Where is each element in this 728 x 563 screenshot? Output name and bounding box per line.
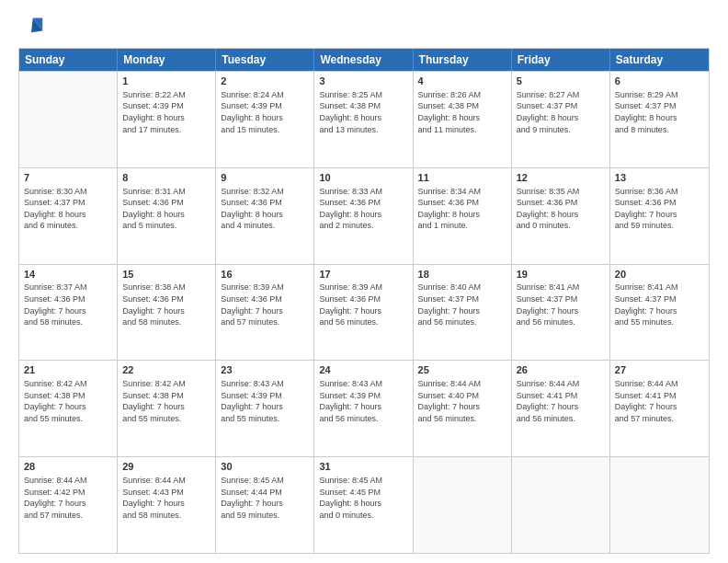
cell-info: Sunrise: 8:38 AM Sunset: 4:36 PM Dayligh… xyxy=(122,282,210,327)
calendar-cell: 30Sunrise: 8:45 AM Sunset: 4:44 PM Dayli… xyxy=(216,457,314,553)
calendar-row-2: 7Sunrise: 8:30 AM Sunset: 4:37 PM Daylig… xyxy=(19,167,709,264)
day-number: 18 xyxy=(418,268,506,282)
logo xyxy=(18,15,48,40)
calendar-cell: 19Sunrise: 8:41 AM Sunset: 4:37 PM Dayli… xyxy=(512,265,610,361)
calendar-cell: 7Sunrise: 8:30 AM Sunset: 4:37 PM Daylig… xyxy=(19,168,118,264)
cell-info: Sunrise: 8:44 AM Sunset: 4:42 PM Dayligh… xyxy=(24,475,112,521)
cell-info: Sunrise: 8:31 AM Sunset: 4:36 PM Dayligh… xyxy=(122,186,210,232)
calendar-cell: 20Sunrise: 8:41 AM Sunset: 4:37 PM Dayli… xyxy=(610,265,709,361)
day-number: 27 xyxy=(615,363,704,377)
cell-info: Sunrise: 8:44 AM Sunset: 4:40 PM Dayligh… xyxy=(418,378,506,424)
day-number: 21 xyxy=(24,363,112,377)
calendar-header: SundayMondayTuesdayWednesdayThursdayFrid… xyxy=(19,49,709,71)
cell-info: Sunrise: 8:27 AM Sunset: 4:37 PM Dayligh… xyxy=(517,89,605,135)
calendar-cell: 21Sunrise: 8:42 AM Sunset: 4:38 PM Dayli… xyxy=(19,361,118,456)
header xyxy=(18,15,710,40)
calendar-cell: 25Sunrise: 8:44 AM Sunset: 4:40 PM Dayli… xyxy=(414,361,512,456)
day-number: 26 xyxy=(517,363,605,377)
cell-info: Sunrise: 8:25 AM Sunset: 4:38 PM Dayligh… xyxy=(319,89,407,135)
day-number: 31 xyxy=(319,460,407,474)
day-number: 2 xyxy=(221,75,309,88)
cell-info: Sunrise: 8:43 AM Sunset: 4:39 PM Dayligh… xyxy=(319,378,407,424)
cell-info: Sunrise: 8:42 AM Sunset: 4:38 PM Dayligh… xyxy=(24,378,112,424)
calendar-cell: 2Sunrise: 8:24 AM Sunset: 4:39 PM Daylig… xyxy=(216,72,314,167)
cell-info: Sunrise: 8:33 AM Sunset: 4:36 PM Dayligh… xyxy=(319,186,407,232)
cell-info: Sunrise: 8:44 AM Sunset: 4:41 PM Dayligh… xyxy=(615,378,704,424)
cell-info: Sunrise: 8:40 AM Sunset: 4:37 PM Dayligh… xyxy=(418,282,506,327)
calendar-cell: 11Sunrise: 8:34 AM Sunset: 4:36 PM Dayli… xyxy=(414,168,512,264)
calendar-cell: 22Sunrise: 8:42 AM Sunset: 4:38 PM Dayli… xyxy=(118,361,216,456)
calendar-row-3: 14Sunrise: 8:37 AM Sunset: 4:36 PM Dayli… xyxy=(19,264,709,361)
weekday-header-monday: Monday xyxy=(118,49,216,71)
logo-icon xyxy=(18,15,44,40)
cell-info: Sunrise: 8:45 AM Sunset: 4:45 PM Dayligh… xyxy=(319,475,407,521)
weekday-header-saturday: Saturday xyxy=(610,49,709,71)
calendar-cell: 28Sunrise: 8:44 AM Sunset: 4:42 PM Dayli… xyxy=(19,457,118,553)
calendar-cell: 8Sunrise: 8:31 AM Sunset: 4:36 PM Daylig… xyxy=(118,168,216,264)
cell-info: Sunrise: 8:45 AM Sunset: 4:44 PM Dayligh… xyxy=(221,475,309,521)
day-number: 7 xyxy=(24,171,112,185)
calendar-cell: 12Sunrise: 8:35 AM Sunset: 4:36 PM Dayli… xyxy=(512,168,610,264)
cell-info: Sunrise: 8:24 AM Sunset: 4:39 PM Dayligh… xyxy=(221,89,309,135)
calendar-cell: 23Sunrise: 8:43 AM Sunset: 4:39 PM Dayli… xyxy=(216,361,314,456)
page: SundayMondayTuesdayWednesdayThursdayFrid… xyxy=(0,0,728,563)
cell-info: Sunrise: 8:34 AM Sunset: 4:36 PM Dayligh… xyxy=(418,186,506,232)
cell-info: Sunrise: 8:30 AM Sunset: 4:37 PM Dayligh… xyxy=(24,186,112,232)
calendar-cell: 14Sunrise: 8:37 AM Sunset: 4:36 PM Dayli… xyxy=(19,265,118,361)
calendar-cell: 18Sunrise: 8:40 AM Sunset: 4:37 PM Dayli… xyxy=(414,265,512,361)
calendar-cell xyxy=(610,457,709,553)
cell-info: Sunrise: 8:26 AM Sunset: 4:38 PM Dayligh… xyxy=(418,89,506,135)
cell-info: Sunrise: 8:41 AM Sunset: 4:37 PM Dayligh… xyxy=(615,282,704,327)
calendar: SundayMondayTuesdayWednesdayThursdayFrid… xyxy=(18,48,710,554)
day-number: 10 xyxy=(319,171,407,185)
calendar-cell: 3Sunrise: 8:25 AM Sunset: 4:38 PM Daylig… xyxy=(314,72,413,167)
day-number: 25 xyxy=(418,363,506,377)
weekday-header-sunday: Sunday xyxy=(19,49,118,71)
day-number: 13 xyxy=(615,171,704,185)
cell-info: Sunrise: 8:29 AM Sunset: 4:37 PM Dayligh… xyxy=(615,89,704,135)
cell-info: Sunrise: 8:42 AM Sunset: 4:38 PM Dayligh… xyxy=(122,378,210,424)
calendar-cell xyxy=(19,72,118,167)
calendar-cell: 9Sunrise: 8:32 AM Sunset: 4:36 PM Daylig… xyxy=(216,168,314,264)
cell-info: Sunrise: 8:43 AM Sunset: 4:39 PM Dayligh… xyxy=(221,378,309,424)
calendar-cell: 6Sunrise: 8:29 AM Sunset: 4:37 PM Daylig… xyxy=(610,72,709,167)
day-number: 24 xyxy=(319,363,407,377)
day-number: 12 xyxy=(517,171,605,185)
cell-info: Sunrise: 8:32 AM Sunset: 4:36 PM Dayligh… xyxy=(221,186,309,232)
day-number: 11 xyxy=(418,171,506,185)
day-number: 5 xyxy=(517,75,605,88)
day-number: 17 xyxy=(319,268,407,282)
cell-info: Sunrise: 8:37 AM Sunset: 4:36 PM Dayligh… xyxy=(24,282,112,327)
calendar-row-1: 1Sunrise: 8:22 AM Sunset: 4:39 PM Daylig… xyxy=(19,71,709,167)
day-number: 19 xyxy=(517,268,605,282)
calendar-cell: 24Sunrise: 8:43 AM Sunset: 4:39 PM Dayli… xyxy=(314,361,413,456)
cell-info: Sunrise: 8:35 AM Sunset: 4:36 PM Dayligh… xyxy=(517,186,605,232)
day-number: 15 xyxy=(122,268,210,282)
day-number: 6 xyxy=(615,75,704,88)
cell-info: Sunrise: 8:22 AM Sunset: 4:39 PM Dayligh… xyxy=(122,89,210,135)
day-number: 28 xyxy=(24,460,112,474)
calendar-row-5: 28Sunrise: 8:44 AM Sunset: 4:42 PM Dayli… xyxy=(19,456,709,553)
day-number: 3 xyxy=(319,75,407,88)
calendar-body: 1Sunrise: 8:22 AM Sunset: 4:39 PM Daylig… xyxy=(19,71,709,553)
calendar-cell: 27Sunrise: 8:44 AM Sunset: 4:41 PM Dayli… xyxy=(610,361,709,456)
calendar-cell: 13Sunrise: 8:36 AM Sunset: 4:36 PM Dayli… xyxy=(610,168,709,264)
day-number: 30 xyxy=(221,460,309,474)
calendar-cell: 26Sunrise: 8:44 AM Sunset: 4:41 PM Dayli… xyxy=(512,361,610,456)
calendar-cell: 17Sunrise: 8:39 AM Sunset: 4:36 PM Dayli… xyxy=(314,265,413,361)
cell-info: Sunrise: 8:44 AM Sunset: 4:41 PM Dayligh… xyxy=(517,378,605,424)
calendar-cell xyxy=(512,457,610,553)
day-number: 29 xyxy=(122,460,210,474)
calendar-cell: 10Sunrise: 8:33 AM Sunset: 4:36 PM Dayli… xyxy=(314,168,413,264)
calendar-cell: 31Sunrise: 8:45 AM Sunset: 4:45 PM Dayli… xyxy=(314,457,413,553)
weekday-header-thursday: Thursday xyxy=(414,49,512,71)
cell-info: Sunrise: 8:39 AM Sunset: 4:36 PM Dayligh… xyxy=(221,282,309,327)
day-number: 8 xyxy=(122,171,210,185)
weekday-header-wednesday: Wednesday xyxy=(314,49,413,71)
day-number: 9 xyxy=(221,171,309,185)
calendar-cell: 4Sunrise: 8:26 AM Sunset: 4:38 PM Daylig… xyxy=(414,72,512,167)
calendar-row-4: 21Sunrise: 8:42 AM Sunset: 4:38 PM Dayli… xyxy=(19,360,709,456)
calendar-cell: 1Sunrise: 8:22 AM Sunset: 4:39 PM Daylig… xyxy=(118,72,216,167)
cell-info: Sunrise: 8:39 AM Sunset: 4:36 PM Dayligh… xyxy=(319,282,407,327)
calendar-cell: 29Sunrise: 8:44 AM Sunset: 4:43 PM Dayli… xyxy=(118,457,216,553)
